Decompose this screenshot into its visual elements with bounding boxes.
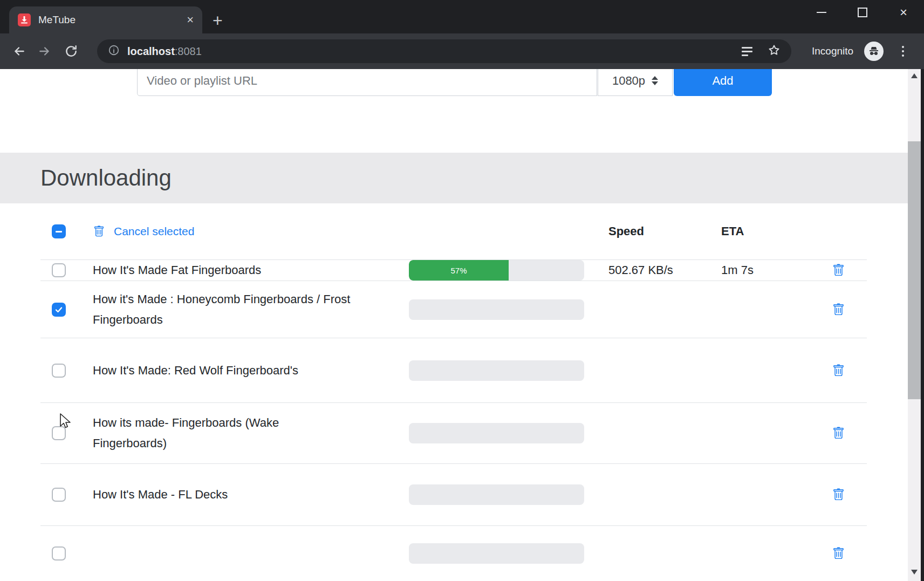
progress-label: 57% <box>450 266 467 275</box>
window-edge <box>921 69 924 581</box>
trash-icon[interactable] <box>832 364 845 378</box>
quality-value: 1080p <box>612 74 645 88</box>
cancel-selected-link[interactable]: Cancel selected <box>114 225 194 238</box>
progress-bar <box>409 423 584 443</box>
trash-icon[interactable] <box>832 426 845 440</box>
url-host: localhost <box>127 45 175 58</box>
forward-icon[interactable] <box>36 43 53 60</box>
download-row: How It's Made - FL Decks <box>40 463 867 525</box>
row-title: How It's Made - FL Decks <box>93 484 228 505</box>
speed-column-header: Speed <box>608 224 644 238</box>
trash-icon[interactable] <box>832 546 845 561</box>
incognito-label: Incognito <box>812 33 853 69</box>
progress-bar <box>409 484 584 505</box>
row-checkbox[interactable] <box>52 263 66 277</box>
row-title: How It's Made: Red Wolf Fingerboard's <box>93 360 298 381</box>
tab-close-icon[interactable]: × <box>187 14 194 26</box>
scrollbar-down-arrow[interactable] <box>911 570 918 575</box>
download-row: How its made- Fingerboards (Wake Fingerb… <box>40 402 867 463</box>
progress-bar <box>409 299 584 320</box>
row-eta: 1m 7s <box>706 263 788 277</box>
metube-favicon-icon <box>18 13 31 26</box>
site-info-icon[interactable] <box>108 44 120 58</box>
browser-tab[interactable]: MeTube × <box>9 6 202 33</box>
back-icon[interactable] <box>11 43 28 60</box>
browser-window: 1080p Add Downloading Cancel selected <box>0 0 924 581</box>
add-download-form: 1080p Add <box>137 65 772 96</box>
incognito-icon[interactable] <box>864 42 884 61</box>
video-url-input[interactable] <box>137 65 597 96</box>
downloads-table: Cancel selected Speed ETA How It's Made … <box>40 203 867 580</box>
reload-icon[interactable] <box>63 43 80 60</box>
browser-toolbar: localhost:8081 Incognito <box>0 33 924 69</box>
row-checkbox[interactable] <box>52 364 66 378</box>
row-title: How it's Made : Honeycomb Fingerboards /… <box>93 289 352 330</box>
reading-list-icon[interactable] <box>742 47 752 56</box>
select-all-checkbox[interactable] <box>52 224 66 238</box>
scrollbar-up-arrow[interactable] <box>911 73 918 78</box>
browser-chrome: MeTube × + × loc <box>0 0 924 69</box>
menu-kebab-icon[interactable] <box>899 42 907 60</box>
row-title: How its made- Fingerboards (Wake Fingerb… <box>93 413 352 454</box>
maximize-button[interactable] <box>842 0 883 25</box>
close-button[interactable]: × <box>883 0 924 25</box>
tab-title: MeTube <box>38 14 76 26</box>
minimize-button[interactable] <box>801 0 842 25</box>
row-checkbox[interactable] <box>52 546 66 561</box>
row-title: How It's Made Fat Fingerboards <box>93 260 261 281</box>
progress-bar <box>409 360 584 381</box>
row-checkbox[interactable] <box>52 303 66 317</box>
trash-icon[interactable] <box>832 303 845 317</box>
downloading-section-header: Downloading <box>0 153 921 203</box>
cancel-selected-trash-icon[interactable] <box>93 224 105 238</box>
quality-select[interactable]: 1080p <box>598 65 673 96</box>
trash-icon[interactable] <box>832 488 845 502</box>
row-speed: 502.67 KB/s <box>598 263 706 277</box>
download-row: How it's Made : Honeycomb Fingerboards /… <box>40 281 867 338</box>
progress-fill: 57% <box>409 260 509 281</box>
table-header-row: Cancel selected Speed ETA <box>40 203 867 259</box>
row-checkbox[interactable] <box>52 488 66 502</box>
new-tab-button[interactable]: + <box>213 12 223 29</box>
scrollbar-thumb[interactable] <box>908 141 921 399</box>
tab-strip: MeTube × + × <box>0 0 924 33</box>
bookmark-star-icon[interactable] <box>768 44 781 59</box>
section-title: Downloading <box>40 165 172 191</box>
progress-bar <box>409 543 584 564</box>
url-bar[interactable]: localhost:8081 <box>97 39 791 63</box>
mouse-cursor <box>59 413 72 433</box>
select-spinner-icon <box>652 76 658 85</box>
download-row: How It's Made Fat Fingerboards 57% 502.6… <box>40 259 867 281</box>
add-button[interactable]: Add <box>674 65 772 96</box>
download-row: How It's Made: Red Wolf Fingerboard's <box>40 338 867 402</box>
eta-column-header: ETA <box>721 224 744 238</box>
download-row <box>40 525 867 580</box>
trash-icon[interactable] <box>832 263 845 277</box>
progress-bar: 57% <box>409 260 584 281</box>
url-port: :8081 <box>175 45 202 58</box>
